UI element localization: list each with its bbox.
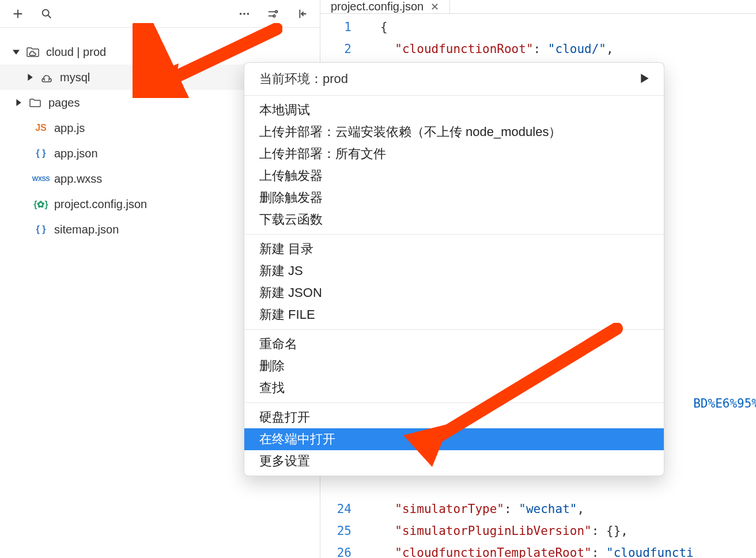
svg-marker-9 (641, 74, 648, 83)
svg-point-3 (247, 13, 250, 15)
line-number: 24 (320, 498, 361, 520)
line-number: 1 (320, 16, 361, 38)
wxss-file-icon: WXSS (33, 172, 48, 185)
chevron-down-icon (13, 48, 20, 55)
menu-item-new-json[interactable]: 新建 JSON (244, 282, 664, 304)
folder-icon (28, 96, 43, 109)
tree-label: app.wxss (54, 172, 102, 186)
menu-item-upload-trigger[interactable]: 上传触发器 (244, 165, 664, 187)
menu-item-upload-deploy-cloud[interactable]: 上传并部署：云端安装依赖（不上传 node_modules） (244, 121, 664, 143)
menu-item-upload-deploy-all[interactable]: 上传并部署：所有文件 (244, 143, 664, 165)
menu-item-new-file[interactable]: 新建 FILE (244, 304, 664, 326)
more-icon[interactable] (238, 7, 251, 20)
menu-item-download-cloud-fn[interactable]: 下载云函数 (244, 209, 664, 231)
menu-item-local-debug[interactable]: 本地调试 (244, 99, 664, 121)
json-file-icon: { } (33, 223, 48, 236)
svg-point-2 (243, 13, 245, 15)
svg-marker-8 (16, 99, 21, 106)
settings-sliders-icon[interactable] (267, 7, 279, 20)
json-file-icon: { } (33, 147, 48, 160)
menu-item-open-disk[interactable]: 硬盘打开 (244, 406, 664, 428)
menu-item-delete-trigger[interactable]: 删除触发器 (244, 187, 664, 209)
tab-project-config[interactable]: project.config.json ✕ (320, 0, 450, 13)
code-line: 1 { (320, 16, 756, 38)
js-file-icon: JS (33, 122, 48, 134)
code-line: 25 "simulatorPluginLibVersion": {}, (320, 520, 756, 542)
menu-item-delete[interactable]: 删除 (244, 355, 664, 377)
context-menu: 当前环境：prod 本地调试 上传并部署：云端安装依赖（不上传 node_mod… (244, 62, 664, 476)
menu-item-rename[interactable]: 重命名 (244, 333, 664, 355)
tree-label: project.config.json (54, 198, 147, 211)
svg-marker-6 (13, 50, 20, 54)
close-icon[interactable]: ✕ (430, 1, 439, 13)
url-fragment: BD%E6%95% (693, 397, 756, 410)
menu-item-more-settings[interactable]: 更多设置 (244, 450, 664, 472)
svg-point-1 (240, 13, 242, 15)
svg-point-5 (273, 14, 275, 17)
chevron-right-icon (15, 99, 22, 106)
menu-item-new-dir[interactable]: 新建 目录 (244, 238, 664, 260)
sidebar-toolbar (0, 0, 320, 28)
editor-tabs: project.config.json ✕ (320, 0, 756, 14)
config-file-icon: {✿} (33, 198, 48, 210)
tree-label: mysql (60, 71, 90, 84)
line-number: 26 (320, 542, 361, 558)
chevron-right-icon (641, 71, 649, 86)
search-icon[interactable] (40, 7, 53, 20)
code-line: 2 "cloudfunctionRoot": "cloud/", (320, 38, 756, 60)
menu-item-new-js[interactable]: 新建 JS (244, 260, 664, 282)
tab-label: project.config.json (331, 0, 424, 13)
svg-point-4 (275, 10, 278, 13)
tree-label: sitemap.json (54, 223, 119, 236)
svg-point-0 (43, 9, 49, 16)
cloud-folder-icon (25, 46, 40, 58)
tree-label: app.js (54, 122, 85, 135)
code-line: 24 "simulatorType": "wechat", (320, 498, 756, 520)
collapse-panel-icon[interactable] (296, 7, 308, 20)
code-line: 26 "cloudfunctionTemplateRoot": "cloudfu… (320, 542, 756, 558)
menu-item-open-terminal[interactable]: 在终端中打开 (244, 428, 664, 450)
tree-folder-cloud[interactable]: cloud | prod (0, 39, 320, 65)
chevron-right-icon (27, 74, 33, 81)
cloud-function-icon (39, 71, 54, 84)
add-icon[interactable] (12, 7, 24, 20)
svg-marker-7 (28, 74, 32, 81)
context-menu-env-header[interactable]: 当前环境：prod (244, 63, 664, 95)
tree-label: app.json (54, 147, 98, 160)
tree-label: cloud | prod (46, 46, 106, 59)
menu-item-find[interactable]: 查找 (244, 377, 664, 399)
tree-label: pages (48, 96, 80, 110)
line-number: 25 (320, 520, 361, 542)
line-number: 2 (320, 38, 361, 60)
